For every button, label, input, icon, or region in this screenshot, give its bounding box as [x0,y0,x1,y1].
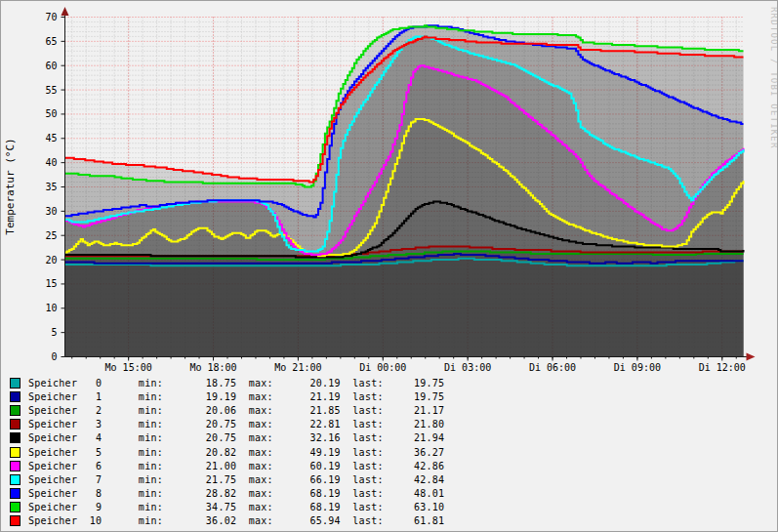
y-tick-label: 15 [45,278,57,289]
legend-swatch-icon [10,391,20,402]
legend-row-speicher-2: Speicher 2 min: 20.06 max: 21.85 last: 2… [10,403,771,417]
y-tick-label: 40 [45,157,57,168]
x-tick-label: Di 03:00 [444,362,491,373]
legend: Speicher 0 min: 18.75 max: 20.19 last: 1… [10,376,771,528]
legend-text: Speicher 0 min: 18.75 max: 20.19 last: 1… [28,378,444,389]
legend-text: Speicher 6 min: 21.00 max: 60.19 last: 4… [28,461,444,471]
legend-text: Speicher 1 min: 19.19 max: 21.19 last: 1… [28,391,444,402]
legend-swatch-icon [10,432,20,443]
y-tick-label: 60 [45,61,57,71]
y-axis-arrow-icon [61,7,69,16]
x-tick-label: Mo 18:00 [189,362,236,373]
legend-text: Speicher 3 min: 20.75 max: 22.81 last: 2… [28,419,444,430]
legend-row-speicher-1: Speicher 1 min: 19.19 max: 21.19 last: 1… [10,389,771,403]
legend-text: Speicher 7 min: 21.75 max: 66.19 last: 4… [28,474,444,485]
legend-swatch-icon [10,474,20,485]
x-tick-label: Di 06:00 [529,362,576,373]
y-tick-label: 30 [45,206,57,217]
x-tick-label: Mo 15:00 [105,362,152,373]
x-axis-arrow-icon [747,353,756,361]
legend-text: Speicher 10 min: 36.02 max: 65.94 last: … [28,515,444,526]
legend-swatch-icon [10,502,20,512]
legend-row-speicher-3: Speicher 3 min: 20.75 max: 22.81 last: 2… [10,418,771,431]
legend-swatch-icon [10,447,20,458]
legend-row-speicher-9: Speicher 9 min: 34.75 max: 68.19 last: 6… [10,501,771,514]
y-tick-label: 20 [45,255,57,266]
watermark: RRDTOOL / TOBI OETIKER [769,7,778,149]
y-tick-label: 5 [51,327,57,338]
y-tick-label: 45 [45,133,57,143]
y-tick-label: 50 [45,108,57,119]
y-axis-title: Temperatur (°C) [4,138,17,234]
y-tick-label: 65 [45,36,57,47]
legend-text: Speicher 2 min: 20.06 max: 21.85 last: 2… [28,405,444,416]
legend-text: Speicher 5 min: 20.82 max: 49.19 last: 3… [28,447,444,458]
legend-row-speicher-5: Speicher 5 min: 20.82 max: 49.19 last: 3… [10,445,771,459]
temperature-graph: 0510152025303540455055606570Mo 15:00Mo 1… [1,1,778,375]
legend-swatch-icon [10,461,20,471]
series-areas [65,25,744,356]
legend-swatch-icon [10,419,20,430]
legend-text: Speicher 4 min: 20.75 max: 32.16 last: 2… [28,432,444,443]
legend-row-speicher-7: Speicher 7 min: 21.75 max: 66.19 last: 4… [10,472,771,486]
legend-row-speicher-0: Speicher 0 min: 18.75 max: 20.19 last: 1… [10,376,771,389]
legend-text: Speicher 9 min: 34.75 max: 68.19 last: 6… [28,502,444,512]
y-tick-label: 0 [51,351,57,362]
x-tick-label: Di 09:00 [614,362,661,373]
y-tick-label: 55 [45,85,57,96]
x-tick-label: Di 00:00 [359,362,406,373]
y-tick-label: 25 [45,230,57,241]
legend-row-speicher-10: Speicher 10 min: 36.02 max: 65.94 last: … [10,514,771,528]
legend-swatch-icon [10,488,20,499]
legend-row-speicher-4: Speicher 4 min: 20.75 max: 32.16 last: 2… [10,431,771,445]
legend-swatch-icon [10,515,20,526]
legend-row-speicher-8: Speicher 8 min: 28.82 max: 68.19 last: 4… [10,487,771,501]
rrdtool-graph-window: 0510152025303540455055606570Mo 15:00Mo 1… [0,0,778,532]
y-tick-label: 70 [45,12,57,22]
legend-swatch-icon [10,405,20,416]
legend-swatch-icon [10,378,20,389]
x-tick-label: Di 12:00 [699,362,746,373]
legend-text: Speicher 8 min: 28.82 max: 68.19 last: 4… [28,488,444,499]
y-tick-label: 10 [45,303,57,313]
y-tick-label: 35 [45,182,57,192]
legend-row-speicher-6: Speicher 6 min: 21.00 max: 60.19 last: 4… [10,459,771,472]
x-tick-label: Mo 21:00 [274,362,321,373]
